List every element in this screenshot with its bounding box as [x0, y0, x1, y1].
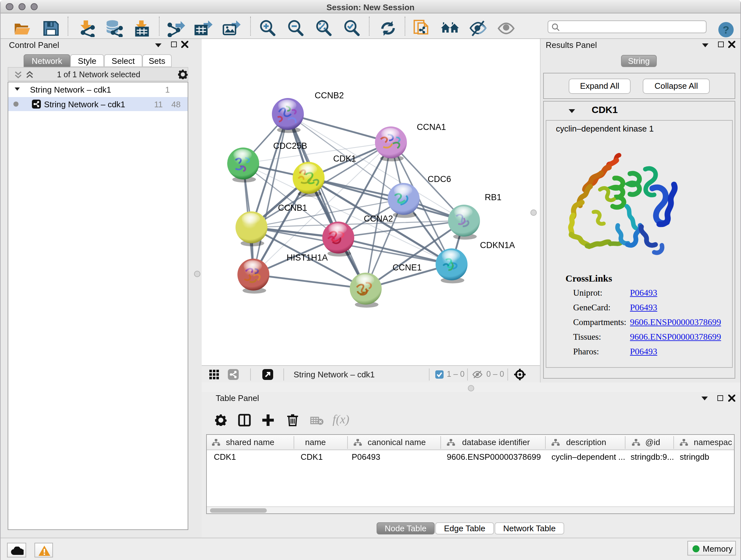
svg-text:?: ?	[723, 23, 730, 36]
svg-text:CCNB1: CCNB1	[278, 203, 307, 212]
svg-text:CCNA1: CCNA1	[417, 122, 446, 132]
svg-text:CDC6: CDC6	[428, 174, 451, 184]
svg-text:CDK1: CDK1	[333, 154, 356, 164]
svg-text:CCNA2: CCNA2	[364, 214, 393, 224]
svg-text:CCNE1: CCNE1	[393, 263, 422, 272]
svg-text:CDKN1A: CDKN1A	[480, 240, 515, 250]
svg-text:CCNB2: CCNB2	[315, 91, 344, 100]
svg-text:HIST1H1A: HIST1H1A	[286, 253, 328, 262]
svg-text:CDC25B: CDC25B	[273, 141, 307, 151]
svg-text:RB1: RB1	[485, 192, 502, 202]
